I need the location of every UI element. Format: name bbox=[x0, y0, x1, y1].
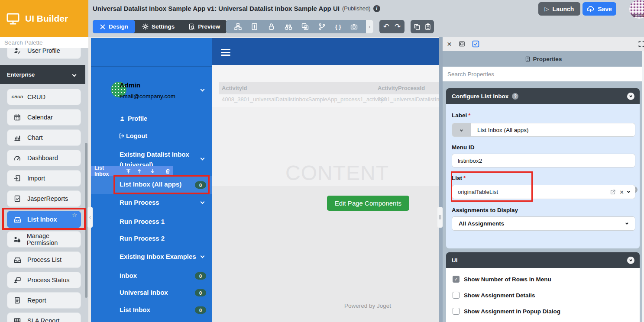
preview-menu-run-process-1[interactable]: Run Process 1 bbox=[120, 218, 165, 225]
palette-item-manage-permission[interactable]: Manage Permission bbox=[7, 231, 81, 248]
launch-button[interactable]: ▷ Launch bbox=[538, 2, 580, 16]
braces-icon[interactable]: { } bbox=[335, 23, 341, 30]
external-link-icon[interactable] bbox=[610, 189, 616, 195]
tab-design[interactable]: Design bbox=[93, 20, 135, 33]
palette-search[interactable] bbox=[0, 37, 88, 48]
profile-label: Profile bbox=[128, 115, 147, 122]
palette-section-enterprise[interactable]: Enterprise bbox=[0, 65, 85, 84]
preview-menu-universal-inbox[interactable]: Universal Inbox bbox=[120, 289, 168, 296]
paste-icon[interactable] bbox=[424, 23, 431, 30]
toolbar-more-button[interactable]: › bbox=[366, 20, 373, 33]
option-show-number-of-rows[interactable]: ✓ Show Number of Rows in Menu bbox=[453, 276, 551, 283]
palette-item-chart[interactable]: Chart bbox=[7, 129, 81, 146]
preview-doc-icon bbox=[188, 23, 195, 30]
section-ui[interactable]: UI bbox=[446, 252, 640, 268]
preview-menu-logout[interactable]: Logout bbox=[119, 132, 147, 139]
logout-label: Logout bbox=[126, 132, 147, 139]
tab-settings[interactable]: Settings bbox=[135, 20, 181, 33]
preview-menu-group-datalist-inbox[interactable]: Existing Datalist Inbox bbox=[120, 151, 189, 158]
palette-item-list-inbox[interactable]: List Inbox ☆ bbox=[7, 211, 81, 228]
star-icon[interactable]: ☆ bbox=[72, 212, 77, 218]
section-collapse-button[interactable] bbox=[627, 257, 634, 264]
clear-icon[interactable]: × bbox=[620, 189, 624, 195]
palette-item-report[interactable]: Report bbox=[7, 292, 81, 309]
section-configure-list-inbox[interactable]: Configure List Inbox ? bbox=[446, 88, 640, 104]
palette-item-process-list[interactable]: Process List bbox=[7, 251, 81, 268]
move-down-icon[interactable] bbox=[150, 168, 155, 174]
palette-item-sla-report[interactable]: SLA Report bbox=[7, 312, 81, 322]
panel-view-icon[interactable] bbox=[459, 41, 465, 47]
properties-search-input[interactable] bbox=[443, 67, 644, 81]
checkbox-unchecked[interactable] bbox=[453, 308, 460, 315]
gauge-icon bbox=[14, 155, 21, 161]
edit-page-components-button[interactable]: Edit Page Components bbox=[327, 196, 409, 211]
label-field-type-dropdown[interactable] bbox=[452, 123, 471, 136]
selected-menu-label[interactable]: List Inbox (All apps) bbox=[120, 180, 181, 188]
close-icon[interactable]: × bbox=[447, 40, 452, 48]
user-screen-icon bbox=[14, 277, 21, 283]
preview-menu-inbox[interactable]: Inbox bbox=[120, 272, 137, 279]
tab-preview[interactable]: Preview bbox=[181, 20, 227, 33]
menu-count-badge: 0 bbox=[195, 289, 206, 296]
crud-icon: CRUD bbox=[7, 95, 27, 99]
preview-user-name[interactable]: Admin bbox=[120, 81, 140, 89]
translate-icon[interactable] bbox=[301, 23, 309, 30]
preview-menu-group-inbox-examples[interactable]: Existing Inbox Examples bbox=[120, 253, 196, 260]
properties-scrollbar[interactable] bbox=[642, 51, 644, 322]
preview-menu-run-process-group[interactable]: Run Process bbox=[120, 199, 159, 206]
palette-search-input[interactable] bbox=[0, 37, 88, 48]
tab-preview-label: Preview bbox=[198, 23, 220, 30]
user-edit-icon bbox=[14, 47, 21, 54]
palette-item-import[interactable]: Import bbox=[7, 170, 81, 187]
palette-item-jasperreports[interactable]: JasperReports bbox=[7, 190, 81, 207]
palette-item-crud[interactable]: CRUD CRUD bbox=[7, 89, 81, 105]
save-button[interactable]: Save bbox=[583, 2, 616, 16]
move-up-icon[interactable] bbox=[136, 168, 142, 174]
menu-id-field[interactable]: listinbox2 bbox=[452, 154, 635, 167]
expand-icon[interactable] bbox=[638, 41, 644, 47]
checkbox-checked[interactable]: ✓ bbox=[453, 276, 460, 283]
chevron-down-icon[interactable] bbox=[627, 190, 630, 193]
redo-icon[interactable]: ↷ bbox=[395, 22, 401, 31]
preview-menu-run-process-2[interactable]: Run Process 2 bbox=[120, 235, 165, 242]
camera-icon[interactable] bbox=[350, 23, 358, 30]
label-field-value: List Inbox (All apps) bbox=[471, 127, 529, 133]
powered-by-text: Powered by Joget bbox=[324, 303, 411, 309]
info-icon[interactable]: i bbox=[373, 5, 380, 12]
assignments-select[interactable]: All Assignments bbox=[452, 216, 635, 231]
undo-redo-group: ↶ ↷ bbox=[379, 20, 405, 33]
hamburger-menu-icon[interactable] bbox=[221, 49, 230, 56]
lock-icon[interactable] bbox=[268, 23, 275, 30]
undo-icon[interactable]: ↶ bbox=[383, 22, 389, 31]
list-field[interactable]: originalTableList × bbox=[452, 185, 635, 199]
help-icon[interactable]: ? bbox=[512, 93, 518, 100]
palette-collapse-handle[interactable]: ‹ bbox=[87, 207, 93, 228]
option-show-assignment-details[interactable]: Show Assignment Details bbox=[453, 292, 535, 299]
copy-icon[interactable] bbox=[414, 23, 421, 30]
label-field[interactable]: List Inbox (All apps) bbox=[452, 123, 635, 137]
palette-item-process-status[interactable]: Process Status bbox=[7, 272, 81, 288]
form-icon[interactable] bbox=[251, 23, 258, 30]
section-collapse-button[interactable] bbox=[627, 93, 634, 100]
palette-item-calendar[interactable]: Calendar bbox=[7, 109, 81, 126]
checkbox-mode-icon[interactable] bbox=[472, 40, 479, 48]
section-ui-body: ✓ Show Number of Rows in Menu Show Assig… bbox=[446, 268, 640, 322]
panel-splitter[interactable] bbox=[439, 37, 443, 322]
preview-menu-list-inbox[interactable]: List Inbox bbox=[120, 306, 150, 313]
label-field-label: Label* bbox=[452, 112, 471, 119]
splitter-handle[interactable] bbox=[437, 207, 443, 228]
sitemap-icon[interactable] bbox=[234, 23, 242, 30]
move-top-icon[interactable] bbox=[126, 168, 131, 174]
option-show-assignment-popup[interactable]: Show Assignment in Popup Dialog bbox=[453, 308, 560, 315]
trash-icon[interactable] bbox=[165, 168, 171, 174]
git-branch-icon[interactable] bbox=[318, 23, 326, 30]
bar-chart-icon bbox=[14, 134, 21, 141]
preview-menu-profile[interactable]: Profile bbox=[120, 115, 147, 122]
app-logo[interactable]: UI Builder bbox=[0, 0, 88, 37]
checkbox-unchecked[interactable] bbox=[453, 292, 460, 299]
gear-icon bbox=[142, 23, 149, 30]
menu-count-badge: 0 bbox=[195, 306, 206, 314]
binoculars-icon[interactable] bbox=[285, 23, 292, 31]
palette-item-dashboard[interactable]: Dashboard bbox=[7, 150, 81, 166]
properties-search[interactable] bbox=[443, 67, 644, 81]
